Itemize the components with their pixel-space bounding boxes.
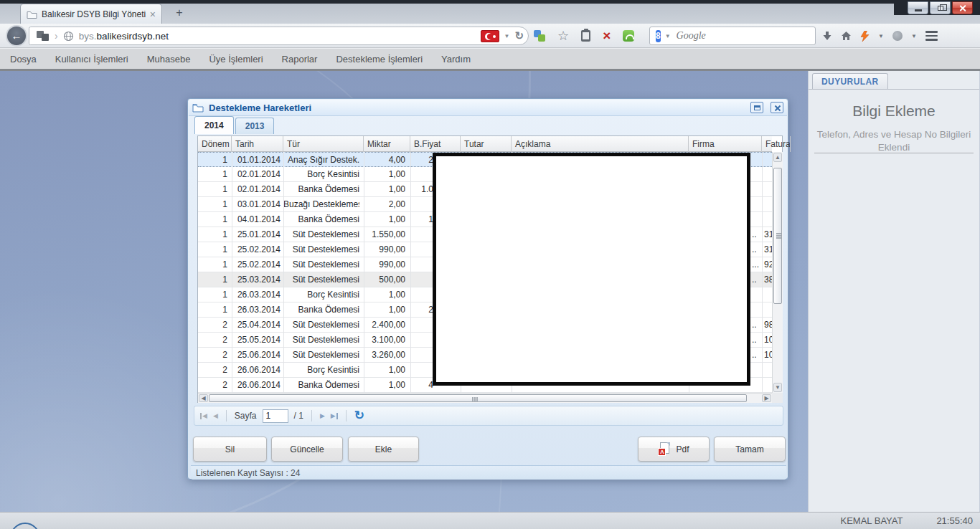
table-cell: .. bbox=[752, 318, 761, 332]
pdf-icon: Λ bbox=[658, 442, 670, 456]
table-cell: 1 bbox=[198, 287, 227, 302]
menu-item[interactable]: Raporlar bbox=[278, 51, 322, 67]
table-cell: Borç Kesintisi bbox=[283, 167, 359, 181]
green-addon-icon[interactable] bbox=[623, 30, 634, 42]
url-text[interactable]: bys.balikesirdsyb.net bbox=[79, 31, 476, 42]
scroll-down-icon[interactable]: ▼ bbox=[773, 383, 782, 392]
red-x-icon[interactable]: × bbox=[603, 30, 611, 42]
horizontal-scroll-thumb[interactable] bbox=[209, 394, 747, 402]
table-cell: 98 bbox=[764, 318, 772, 332]
url-dropdown-icon[interactable]: ▼ bbox=[504, 33, 510, 39]
menu-item[interactable]: Kullanıcı İşlemleri bbox=[51, 51, 133, 67]
column-header[interactable]: Açıklama bbox=[512, 136, 689, 152]
search-engine-dropdown-icon[interactable]: ▼ bbox=[665, 33, 671, 39]
search-box[interactable]: 8 ▼ bbox=[649, 27, 816, 45]
ekle-button[interactable]: Ekle bbox=[348, 437, 419, 462]
vertical-scrollbar[interactable]: ▲ ▼ bbox=[772, 152, 783, 393]
column-header[interactable]: Tarih bbox=[232, 136, 283, 152]
table-cell: 1 bbox=[198, 227, 227, 242]
table-cell: 4 bbox=[409, 378, 433, 392]
table-cell: 2 bbox=[409, 302, 433, 317]
screen: Balıkesir DSYB Bilgi Yöneti... × + ← › b… bbox=[0, 0, 980, 529]
window-minimize-button[interactable] bbox=[908, 1, 928, 14]
menu-item[interactable]: Destekleme İşlemleri bbox=[331, 51, 427, 67]
table-cell: .. bbox=[752, 333, 761, 347]
window-close-button[interactable] bbox=[952, 1, 973, 14]
column-header[interactable]: Firma bbox=[689, 136, 762, 152]
duyurular-tab[interactable]: DUYURULAR bbox=[812, 73, 888, 89]
column-header[interactable]: Tutar bbox=[461, 136, 512, 152]
footer-bar: KEMAL BAYAT 21:55:40 bbox=[0, 512, 980, 529]
menu-item[interactable]: Üye İşlemleri bbox=[204, 51, 267, 67]
plugin-dropdown-icon[interactable]: ▼ bbox=[911, 33, 917, 39]
horizontal-scrollbar[interactable]: ◀ ▶ bbox=[198, 393, 772, 403]
table-cell: 92 bbox=[764, 257, 772, 272]
footer-clock: 21:55:40 bbox=[936, 515, 973, 526]
reload-icon[interactable]: ↻ bbox=[514, 29, 524, 42]
year-tab-2013[interactable]: 2013 bbox=[235, 118, 275, 134]
vertical-scroll-thumb[interactable] bbox=[773, 168, 782, 304]
scroll-left-icon[interactable]: ◀ bbox=[199, 394, 208, 402]
refresh-icon[interactable]: ↻ bbox=[354, 410, 364, 421]
menu-item[interactable]: Yardım bbox=[437, 51, 475, 67]
table-cell: 1 bbox=[198, 182, 227, 196]
clipboard-icon[interactable] bbox=[581, 30, 590, 42]
plugin-icon[interactable] bbox=[892, 31, 903, 41]
guncelle-button[interactable]: Güncelle bbox=[271, 437, 343, 462]
lightning-dropdown-icon[interactable]: ▼ bbox=[878, 33, 884, 39]
window-title: Destekleme Hareketleri bbox=[209, 103, 743, 113]
table-cell: 1,00 bbox=[364, 378, 405, 392]
lightning-icon[interactable] bbox=[860, 31, 870, 42]
page-input[interactable] bbox=[263, 409, 288, 423]
browser-tab[interactable]: Balıkesir DSYB Bilgi Yöneti... × bbox=[20, 4, 162, 24]
downloads-icon[interactable] bbox=[822, 32, 832, 41]
turkish-flag-icon[interactable] bbox=[481, 30, 499, 42]
scroll-right-icon[interactable]: ▶ bbox=[762, 394, 771, 402]
column-header[interactable]: Tür bbox=[283, 136, 364, 152]
tamam-button[interactable]: Tamam bbox=[714, 437, 786, 462]
column-header[interactable]: B.Fiyat bbox=[410, 136, 461, 152]
announcement-divider bbox=[814, 153, 974, 153]
translate-icon[interactable] bbox=[534, 30, 545, 42]
table-cell: Süt Desteklemesi bbox=[283, 333, 359, 347]
table-cell: Süt Desteklemesi bbox=[283, 227, 359, 242]
tab-close-icon[interactable]: × bbox=[150, 11, 156, 18]
pdf-button[interactable]: Λ Pdf bbox=[638, 437, 710, 462]
next-page-icon[interactable]: ▶ bbox=[320, 412, 325, 419]
sil-button[interactable]: Sil bbox=[193, 437, 267, 462]
table-cell: Borç Kesintisi bbox=[283, 287, 359, 302]
table-cell: 1 bbox=[409, 212, 433, 227]
close-icon bbox=[958, 4, 966, 12]
column-header[interactable]: Miktar bbox=[364, 136, 410, 152]
menu-item[interactable]: Muhasebe bbox=[143, 51, 195, 67]
panel-restore-button[interactable] bbox=[750, 102, 763, 113]
bookmark-star-icon[interactable]: ☆ bbox=[557, 30, 569, 42]
home-icon[interactable] bbox=[841, 31, 852, 41]
table-cell: .. bbox=[752, 242, 761, 257]
first-page-icon[interactable]: ◀ bbox=[200, 412, 207, 419]
year-tab-2014[interactable]: 2014 bbox=[194, 116, 234, 134]
last-page-icon[interactable]: ▶ bbox=[331, 412, 338, 419]
scroll-up-icon[interactable]: ▲ bbox=[773, 153, 782, 162]
table-cell: 1 bbox=[198, 257, 227, 272]
column-header[interactable]: Fatura bbox=[762, 136, 791, 152]
column-header[interactable]: Dönem bbox=[198, 136, 232, 152]
url-bar[interactable]: › bys.balikesirdsyb.net ▼ ↻ bbox=[29, 27, 529, 45]
table-cell: ... bbox=[752, 257, 761, 272]
table-cell: Anaç Sığır Destek. bbox=[283, 153, 359, 167]
panel-close-button[interactable] bbox=[771, 102, 783, 113]
search-input[interactable] bbox=[675, 29, 806, 42]
window-titlebar[interactable]: Destekleme Hareketleri bbox=[189, 100, 787, 116]
table-cell: 2 bbox=[198, 318, 227, 332]
table-cell: 2 bbox=[198, 363, 227, 377]
window-restore-button[interactable] bbox=[930, 1, 951, 14]
footer-logo-icon bbox=[10, 523, 40, 529]
previous-page-icon[interactable]: ◀ bbox=[213, 412, 218, 419]
menu-item[interactable]: Dosya bbox=[6, 51, 41, 67]
back-button[interactable]: ← bbox=[6, 25, 27, 47]
table-cell: 990,00 bbox=[364, 242, 405, 257]
menu-hamburger-icon[interactable] bbox=[925, 31, 938, 41]
table-cell: Banka Ödemesi bbox=[283, 212, 359, 227]
grid-header: DönemTarihTürMiktarB.FiyatTutarAçıklamaF… bbox=[198, 136, 772, 152]
new-tab-button[interactable]: + bbox=[169, 6, 189, 21]
